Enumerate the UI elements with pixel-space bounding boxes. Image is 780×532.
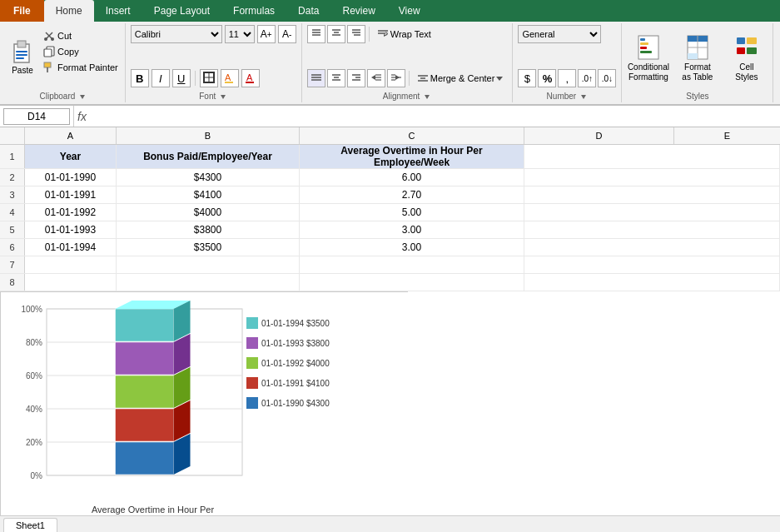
formula-bar: fx — [0, 106, 780, 127]
cell-d[interactable] — [524, 274, 780, 291]
cell-d[interactable] — [524, 256, 780, 273]
underline-button[interactable]: U — [172, 69, 191, 87]
bold-button[interactable]: B — [131, 69, 149, 87]
row-header[interactable]: 8 — [0, 274, 25, 291]
conditional-formatting-button[interactable]: Conditional Formatting — [625, 28, 671, 87]
cell-c[interactable]: 3.00 — [300, 239, 524, 256]
cell-a[interactable]: 01-01-1990 — [25, 169, 117, 186]
name-box[interactable] — [3, 108, 70, 125]
cell-a[interactable] — [25, 256, 117, 273]
align-top-right-button[interactable] — [347, 25, 365, 43]
align-top-left-button[interactable] — [307, 25, 325, 43]
copy-button[interactable]: Copy — [40, 44, 122, 59]
sheet-row: 401-01-1992$40005.00 — [0, 204, 780, 221]
row-header[interactable]: 6 — [0, 239, 25, 256]
svg-rect-70 — [747, 47, 757, 54]
cell-a[interactable] — [25, 274, 117, 291]
cell-c[interactable] — [300, 274, 524, 291]
cell-a[interactable]: 01-01-1992 — [25, 204, 117, 221]
decrease-indent-button[interactable] — [367, 69, 385, 87]
sheet-row: 601-01-1994$35003.00 — [0, 239, 780, 256]
decrease-font-button[interactable]: A- — [278, 25, 296, 43]
italic-button[interactable]: I — [152, 69, 170, 87]
cell-b[interactable]: $3500 — [117, 239, 300, 256]
row-header[interactable]: 3 — [0, 186, 25, 203]
cell-d[interactable] — [524, 169, 780, 186]
cell-b[interactable]: $3800 — [117, 221, 300, 238]
cell-d[interactable] — [524, 221, 780, 238]
row-header[interactable]: 4 — [0, 204, 25, 221]
cell-a[interactable]: Year — [25, 145, 117, 168]
cell-c[interactable]: Average Overtime in Hour Per Employee/We… — [300, 145, 524, 168]
cell-b[interactable]: $4000 — [117, 204, 300, 221]
format-painter-button[interactable]: Format Painter — [40, 60, 122, 75]
col-header-d[interactable]: D — [524, 127, 674, 144]
svg-rect-87 — [116, 409, 174, 441]
cell-d[interactable] — [524, 145, 780, 168]
cut-button[interactable]: Cut — [40, 28, 122, 43]
sheet-tab-sheet1[interactable]: Sheet1 — [3, 518, 57, 532]
cell-c[interactable]: 2.70 — [300, 186, 524, 203]
cell-c[interactable] — [300, 256, 524, 273]
increase-decimal-button[interactable]: .0↑ — [578, 69, 596, 87]
svg-marker-13 — [80, 95, 85, 99]
format-as-table-button[interactable]: Format as Table — [674, 28, 720, 87]
cell-b[interactable] — [117, 274, 300, 291]
align-center-button[interactable] — [327, 69, 345, 87]
border-button[interactable] — [200, 69, 218, 87]
row-header[interactable]: 7 — [0, 256, 25, 273]
align-left-button[interactable] — [307, 69, 325, 87]
formula-input[interactable] — [90, 111, 777, 122]
cell-d[interactable] — [524, 186, 780, 203]
cell-d[interactable] — [524, 239, 780, 256]
cell-c[interactable]: 6.00 — [300, 169, 524, 186]
increase-font-button[interactable]: A+ — [257, 25, 276, 43]
fill-color-button[interactable]: A — [221, 69, 239, 87]
cell-c[interactable]: 5.00 — [300, 204, 524, 221]
formulas-tab[interactable]: Formulas — [221, 0, 286, 22]
percent-button[interactable]: % — [538, 69, 556, 87]
home-tab[interactable]: Home — [44, 0, 94, 22]
view-tab[interactable]: View — [387, 0, 432, 22]
font-size-select[interactable]: 11 — [225, 25, 255, 43]
file-tab[interactable]: File — [0, 0, 44, 22]
svg-rect-11 — [44, 62, 51, 67]
cell-b[interactable]: $4100 — [117, 186, 300, 203]
cell-d[interactable] — [524, 204, 780, 221]
svg-text:20%: 20% — [26, 438, 42, 447]
align-top-center-button[interactable] — [327, 25, 345, 43]
cell-b[interactable] — [117, 256, 300, 273]
cell-styles-button[interactable]: Cell Styles — [723, 28, 769, 87]
col-header-e[interactable]: E — [674, 127, 780, 144]
row-header[interactable]: 1 — [0, 145, 25, 168]
cell-c[interactable]: 3.00 — [300, 221, 524, 238]
row-header[interactable]: 5 — [0, 221, 25, 238]
chart-area[interactable]: 0%20%40%60%80%100%Average Overtime in Ho… — [0, 291, 408, 525]
svg-marker-56 — [581, 95, 586, 99]
data-tab[interactable]: Data — [286, 0, 330, 22]
col-header-a[interactable]: A — [25, 127, 117, 144]
font-name-select[interactable]: Calibri — [131, 25, 222, 43]
number-format-select[interactable]: General — [518, 25, 601, 43]
cell-b[interactable]: $4300 — [117, 169, 300, 186]
cell-a[interactable]: 01-01-1994 — [25, 239, 117, 256]
paste-button[interactable]: Paste — [5, 25, 40, 87]
font-color-button[interactable]: A — [241, 69, 260, 87]
increase-indent-button[interactable] — [387, 69, 405, 87]
page-layout-tab[interactable]: Page Layout — [142, 0, 221, 22]
review-tab[interactable]: Review — [330, 0, 386, 22]
cell-a[interactable]: 01-01-1993 — [25, 221, 117, 238]
col-header-c[interactable]: C — [300, 127, 524, 144]
cell-a[interactable]: 01-01-1991 — [25, 186, 117, 203]
row-header[interactable]: 2 — [0, 169, 25, 186]
currency-button[interactable]: $ — [518, 69, 536, 87]
svg-rect-98 — [246, 317, 258, 329]
decrease-decimal-button[interactable]: .0↓ — [598, 69, 616, 87]
cell-b[interactable]: Bonus Paid/Employee/Year — [117, 145, 300, 168]
comma-button[interactable]: , — [558, 69, 576, 87]
insert-tab[interactable]: Insert — [94, 0, 142, 22]
wrap-text-button[interactable]: Wrap Text — [373, 27, 435, 42]
col-header-b[interactable]: B — [117, 127, 300, 144]
align-right-button[interactable] — [347, 69, 365, 87]
merge-center-button[interactable]: Merge & Center — [413, 71, 508, 86]
